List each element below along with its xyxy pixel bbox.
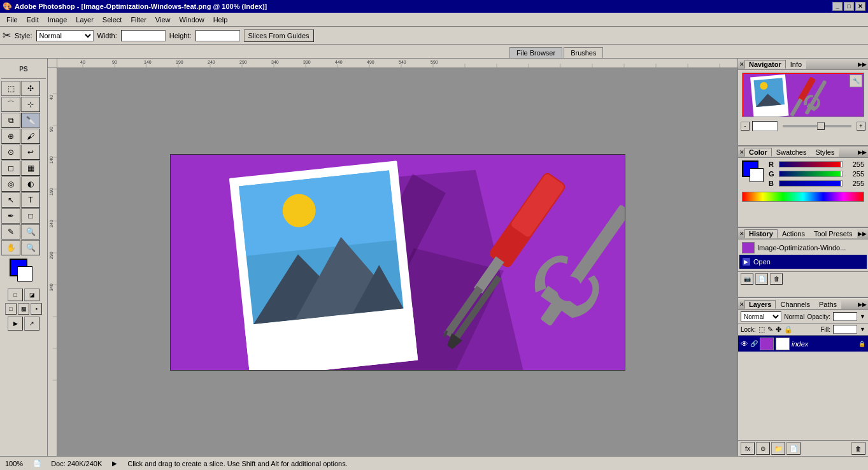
tab-brushes[interactable]: Brushes: [564, 47, 603, 58]
tool-marquee[interactable]: ⬚: [1, 81, 20, 96]
layer-link-0[interactable]: 🔗: [750, 340, 758, 347]
zoom-out-btn[interactable]: -: [741, 122, 750, 131]
history-item-0[interactable]: Image-Optimization-Windo...: [739, 241, 867, 255]
close-button[interactable]: ✕: [855, 2, 865, 11]
tool-type[interactable]: T: [21, 192, 40, 208]
tab-channels[interactable]: Channels: [776, 300, 814, 309]
fill-input[interactable]: 100%: [833, 325, 857, 334]
tab-tool-presets[interactable]: Tool Presets: [809, 229, 857, 238]
create-snapshot-btn[interactable]: 📷: [741, 273, 753, 285]
tab-swatches[interactable]: Swatches: [772, 148, 811, 157]
tab-file-browser[interactable]: File Browser: [509, 47, 562, 58]
tool-notes[interactable]: ✎: [1, 224, 20, 239]
jump-btn[interactable]: ↗: [24, 317, 39, 331]
screen-mode-3[interactable]: ▪: [31, 303, 42, 315]
tool-hand[interactable]: ✋: [1, 240, 20, 255]
tab-navigator[interactable]: Navigator: [744, 60, 786, 69]
tab-styles[interactable]: Styles: [811, 148, 839, 157]
zoom-in-btn[interactable]: +: [857, 122, 865, 131]
navigator-expand-icon[interactable]: ▶▶: [858, 61, 867, 68]
quick-mask-mode-btn[interactable]: ◪: [24, 288, 39, 301]
tab-history[interactable]: History: [744, 229, 778, 238]
lock-position-btn[interactable]: ✤: [776, 325, 781, 334]
navigator-panel-close[interactable]: ✕: [739, 61, 744, 68]
blue-slider[interactable]: [779, 180, 843, 187]
menu-select[interactable]: Select: [99, 15, 126, 25]
height-input[interactable]: [196, 30, 240, 41]
zoom-input[interactable]: 100%: [752, 121, 778, 131]
tool-brush[interactable]: 🖌: [21, 129, 40, 144]
red-slider[interactable]: [779, 161, 843, 167]
screen-mode-2[interactable]: ▩: [18, 303, 29, 315]
tool-slice[interactable]: 🔪: [21, 113, 40, 128]
slices-from-guides-button[interactable]: Slices From Guides: [244, 29, 314, 42]
opacity-arrow[interactable]: ▼: [860, 313, 865, 320]
screen-mode-1[interactable]: □: [5, 303, 17, 315]
blend-mode-select[interactable]: Normal: [741, 311, 781, 322]
opacity-input[interactable]: 100%: [833, 312, 857, 321]
create-document-btn[interactable]: 📄: [755, 273, 768, 285]
fill-arrow[interactable]: ▼: [860, 326, 865, 332]
tool-heal[interactable]: ⊕: [1, 129, 20, 144]
lock-image-btn[interactable]: ✎: [767, 325, 773, 334]
tab-layers[interactable]: Layers: [744, 300, 776, 309]
tab-paths[interactable]: Paths: [815, 300, 841, 309]
new-group-btn[interactable]: 📁: [771, 442, 785, 455]
add-mask-btn[interactable]: ⊙: [756, 442, 770, 455]
layer-visibility-0[interactable]: 👁: [741, 339, 748, 348]
delete-layer-btn[interactable]: 🗑: [851, 442, 865, 455]
menu-image[interactable]: Image: [44, 15, 71, 25]
tool-zoom[interactable]: 🔍: [21, 240, 40, 255]
tool-eraser[interactable]: ◻: [1, 160, 20, 176]
tab-color[interactable]: Color: [744, 148, 772, 157]
tool-blur[interactable]: ◎: [1, 176, 20, 192]
new-layer-btn[interactable]: 📄: [786, 442, 800, 455]
tab-info[interactable]: Info: [786, 60, 806, 69]
tool-dodge[interactable]: ◐: [21, 176, 40, 192]
menu-edit[interactable]: Edit: [23, 15, 43, 25]
delete-history-btn[interactable]: 🗑: [770, 273, 783, 285]
tool-history-brush[interactable]: ↩: [21, 145, 40, 160]
menu-help[interactable]: Help: [210, 15, 232, 25]
history-expand-icon[interactable]: ▶▶: [858, 231, 867, 237]
bg-color-swatch[interactable]: [750, 168, 764, 182]
maximize-button[interactable]: □: [844, 2, 854, 11]
menu-filter[interactable]: Filter: [127, 15, 150, 25]
tool-path-selection[interactable]: ↖: [1, 192, 20, 208]
add-layer-style-btn[interactable]: fx: [741, 442, 755, 455]
history-item-1[interactable]: ▶ Open: [739, 255, 867, 269]
tool-eyedropper[interactable]: 🔍: [21, 224, 40, 239]
green-slider[interactable]: [779, 171, 843, 177]
zoom-slider-track[interactable]: [783, 125, 851, 127]
style-select[interactable]: Normal: [36, 30, 94, 41]
lock-all-btn[interactable]: 🔒: [784, 325, 793, 334]
color-panel-close[interactable]: ✕: [739, 149, 744, 155]
background-color[interactable]: [17, 266, 32, 281]
minimize-button[interactable]: _: [832, 2, 843, 11]
tool-gradient[interactable]: ▦: [21, 160, 40, 176]
tool-magic-wand[interactable]: ⊹: [21, 97, 40, 112]
tool-crop[interactable]: ⧉: [1, 113, 20, 128]
imageready-btn[interactable]: ▶: [8, 317, 23, 331]
width-input[interactable]: [121, 30, 166, 41]
tool-lasso[interactable]: ⌒: [1, 97, 20, 112]
canvas-container[interactable]: [57, 68, 737, 456]
tool-pen[interactable]: ✒: [1, 208, 20, 224]
lock-transparent-btn[interactable]: ⬚: [758, 325, 765, 334]
standard-mode-btn[interactable]: □: [8, 288, 23, 301]
tool-stamp[interactable]: ⊙: [1, 145, 20, 160]
history-panel-close[interactable]: ✕: [739, 231, 744, 237]
color-gradient-bar[interactable]: [742, 192, 864, 202]
layers-panel-close[interactable]: ✕: [739, 301, 744, 308]
menu-view[interactable]: View: [152, 15, 174, 25]
menu-window[interactable]: Window: [176, 15, 208, 25]
tab-actions[interactable]: Actions: [778, 229, 809, 238]
layers-expand-icon[interactable]: ▶▶: [858, 301, 867, 308]
menu-layer[interactable]: Layer: [72, 15, 97, 25]
layer-item-0[interactable]: 👁 🔗 index 🔒: [738, 336, 868, 352]
tool-move[interactable]: ✣: [21, 81, 40, 96]
zoom-slider-thumb[interactable]: [817, 122, 825, 130]
tool-shape[interactable]: □: [21, 208, 40, 224]
color-expand-icon[interactable]: ▶▶: [858, 149, 867, 155]
menu-file[interactable]: File: [3, 15, 22, 25]
